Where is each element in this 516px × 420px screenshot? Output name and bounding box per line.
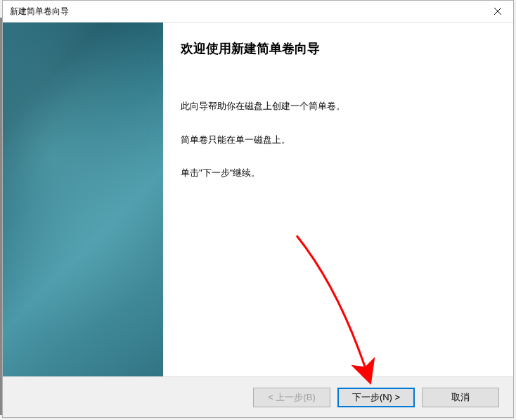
close-button[interactable] — [482, 1, 513, 22]
close-icon — [494, 8, 501, 15]
wizard-text-2: 简单卷只能在单一磁盘上。 — [181, 133, 492, 147]
dialog-title: 新建简单卷向导 — [10, 6, 69, 18]
wizard-sidebar-image — [3, 23, 163, 376]
content-area: 欢迎使用新建简单卷向导 此向导帮助你在磁盘上创建一个简单卷。 简单卷只能在单一磁… — [3, 22, 513, 376]
main-content: 欢迎使用新建简单卷向导 此向导帮助你在磁盘上创建一个简单卷。 简单卷只能在单一磁… — [163, 23, 513, 376]
wizard-text-1: 此向导帮助你在磁盘上创建一个简单卷。 — [181, 99, 492, 113]
wizard-heading: 欢迎使用新建简单卷向导 — [181, 40, 492, 57]
titlebar: 新建简单卷向导 — [3, 1, 513, 22]
wizard-text-3: 单击"下一步"继续。 — [181, 166, 492, 180]
button-bar: < 上一步(B) 下一步(N) > 取消 — [3, 376, 513, 417]
back-button: < 上一步(B) — [253, 388, 330, 407]
wizard-dialog: 新建简单卷向导 欢迎使用新建简单卷向导 此向导帮助你在磁盘上创建一个简单卷。 简… — [2, 0, 514, 418]
next-button[interactable]: 下一步(N) > — [337, 388, 415, 407]
cancel-button[interactable]: 取消 — [422, 388, 499, 407]
